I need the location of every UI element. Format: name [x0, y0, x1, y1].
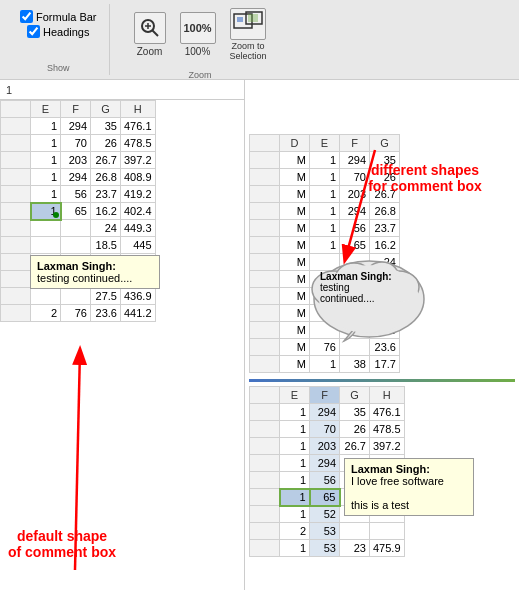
table-cell[interactable] [61, 237, 91, 254]
table-cell[interactable]: 478.5 [370, 421, 405, 438]
row-header [250, 438, 280, 455]
table-cell[interactable]: M [280, 356, 310, 373]
table-cell[interactable]: 27.5 [91, 288, 121, 305]
table-cell[interactable]: 294 [61, 118, 91, 135]
table-cell[interactable]: 38 [340, 356, 370, 373]
table-cell[interactable] [61, 220, 91, 237]
table-cell[interactable]: 449.3 [121, 220, 156, 237]
table-cell[interactable]: 1 [31, 186, 61, 203]
row-header [1, 237, 31, 254]
zoom100-button[interactable]: 100% 100% [176, 10, 220, 59]
table-cell[interactable] [340, 523, 370, 540]
table-cell[interactable]: 70 [310, 421, 340, 438]
table-cell[interactable]: 26.7 [340, 438, 370, 455]
table-cell[interactable]: 445 [121, 237, 156, 254]
ribbon-zoom-group: Zoom 100% 100% Zoom toSele [118, 4, 283, 75]
table-cell[interactable]: 408.9 [121, 169, 156, 186]
table-cell[interactable]: 1 [310, 220, 340, 237]
row-header [250, 421, 280, 438]
formula-bar-checkbox[interactable]: Formula Bar [20, 10, 97, 23]
table-cell[interactable]: M [280, 152, 310, 169]
row-header-col [250, 135, 280, 152]
table-cell[interactable] [31, 288, 61, 305]
table-cell[interactable]: 26.8 [91, 169, 121, 186]
table-cell[interactable]: 17.7 [370, 356, 400, 373]
table-cell[interactable]: 294 [61, 169, 91, 186]
table-cell[interactable]: 70 [61, 135, 91, 152]
table-cell[interactable]: 23.7 [91, 186, 121, 203]
table-cell[interactable]: 397.2 [370, 438, 405, 455]
table-cell[interactable]: M [280, 169, 310, 186]
table-cell[interactable]: 24 [91, 220, 121, 237]
table-cell[interactable]: 1 [31, 118, 61, 135]
table-cell[interactable]: 2 [280, 523, 310, 540]
table-cell[interactable] [31, 220, 61, 237]
table-cell[interactable]: 53 [310, 540, 340, 557]
table-cell[interactable]: 1 [280, 438, 310, 455]
table-cell[interactable]: 18.5 [91, 237, 121, 254]
table-cell[interactable]: 1 [280, 540, 310, 557]
zoom100-btn-label: 100% [185, 46, 211, 57]
table-cell[interactable]: 23 [340, 540, 370, 557]
table-cell[interactable]: M [280, 220, 310, 237]
table-cell[interactable]: 1 [280, 421, 310, 438]
col-h: H [370, 387, 405, 404]
table-cell[interactable]: 1 [280, 404, 310, 421]
table-cell[interactable]: 397.2 [121, 152, 156, 169]
table-cell[interactable]: 419.2 [121, 186, 156, 203]
zoom-button[interactable]: Zoom [130, 10, 170, 59]
table-cell[interactable]: 1 [280, 472, 310, 489]
table-cell[interactable]: 294 [310, 404, 340, 421]
table-cell[interactable]: M [280, 203, 310, 220]
table-cell[interactable]: 203 [61, 152, 91, 169]
table-cell[interactable]: 35 [340, 404, 370, 421]
table-cell[interactable]: 52 [310, 506, 340, 523]
table-cell[interactable]: 294 [310, 455, 340, 472]
table-cell[interactable]: 1 [310, 356, 340, 373]
table-cell[interactable]: 402.4 [121, 203, 156, 220]
table-cell[interactable]: 1 [280, 489, 310, 506]
table-cell[interactable]: 475.9 [370, 540, 405, 557]
table-cell[interactable]: 1 [310, 203, 340, 220]
table-cell[interactable]: 478.5 [121, 135, 156, 152]
table-cell[interactable]: M [280, 186, 310, 203]
table-cell[interactable]: 26 [340, 421, 370, 438]
zoom-selection-button[interactable]: Zoom toSelection [226, 6, 271, 64]
table-cell[interactable]: 23.7 [370, 220, 400, 237]
headings-checkbox[interactable]: Headings [27, 25, 89, 38]
table-cell[interactable] [31, 237, 61, 254]
table-cell[interactable]: 26.7 [91, 152, 121, 169]
row-header [1, 152, 31, 169]
table-cell[interactable]: 294 [340, 203, 370, 220]
table-cell[interactable]: 2 [31, 305, 61, 322]
table-cell[interactable]: 476.1 [121, 118, 156, 135]
table-cell[interactable]: 16.2 [91, 203, 121, 220]
table-cell[interactable]: 26.8 [370, 203, 400, 220]
table-cell[interactable]: 65 [310, 489, 340, 506]
table-cell[interactable]: 76 [61, 305, 91, 322]
table-cell[interactable]: 26 [91, 135, 121, 152]
table-cell[interactable]: 56 [340, 220, 370, 237]
table-cell[interactable]: 56 [310, 472, 340, 489]
table-cell[interactable] [370, 523, 405, 540]
table-cell[interactable]: 35 [91, 118, 121, 135]
table-cell[interactable]: 23.6 [91, 305, 121, 322]
table-cell[interactable]: 65 [61, 203, 91, 220]
table-cell[interactable]: 53 [310, 523, 340, 540]
table-cell[interactable]: 1 [280, 455, 310, 472]
table-cell[interactable]: 203 [310, 438, 340, 455]
table-cell[interactable]: 441.2 [121, 305, 156, 322]
row-header [250, 356, 280, 373]
table-cell[interactable]: 1 [31, 203, 61, 220]
table-cell[interactable]: 1 [280, 506, 310, 523]
table-cell[interactable] [61, 288, 91, 305]
table-cell[interactable]: 56 [61, 186, 91, 203]
table-cell[interactable]: 1 [31, 169, 61, 186]
ribbon-show-group: Formula Bar Headings Show [8, 4, 110, 75]
table-cell[interactable]: 436.9 [121, 288, 156, 305]
table-cell[interactable]: 476.1 [370, 404, 405, 421]
table-cell[interactable]: 1 [31, 152, 61, 169]
table-cell[interactable]: 1 [31, 135, 61, 152]
col-f: F [340, 135, 370, 152]
row-header [250, 152, 280, 169]
